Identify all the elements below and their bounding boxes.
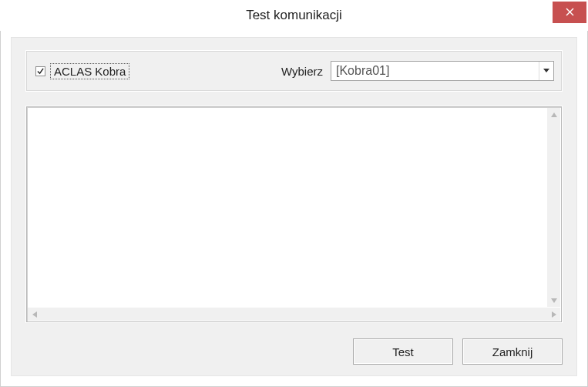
scroll-down-icon xyxy=(547,294,560,307)
svg-marker-2 xyxy=(543,69,549,72)
titlebar: Test komunikacji xyxy=(0,0,588,31)
select-label: Wybierz xyxy=(281,65,323,78)
close-button[interactable]: Zamknij xyxy=(462,338,563,365)
svg-marker-4 xyxy=(551,298,557,303)
scroll-up-icon xyxy=(547,108,560,121)
close-window-button[interactable] xyxy=(553,2,586,23)
device-group: ACLAS Kobra Wybierz [Kobra01] xyxy=(25,50,563,92)
log-output xyxy=(25,106,563,323)
scroll-right-icon xyxy=(547,308,560,321)
scroll-left-icon xyxy=(28,308,41,321)
chevron-down-icon xyxy=(539,62,553,80)
close-icon xyxy=(566,6,574,19)
svg-marker-3 xyxy=(551,113,557,117)
window-title: Test komunikacji xyxy=(0,8,588,23)
checkbox-box-icon xyxy=(35,66,45,76)
test-button[interactable]: Test xyxy=(353,338,453,365)
svg-marker-6 xyxy=(552,311,556,318)
dialog-window: Test komunikacji ACLAS Kobra Wybierz [Ko… xyxy=(0,0,588,387)
vertical-scrollbar[interactable] xyxy=(547,108,560,307)
device-checkbox[interactable]: ACLAS Kobra xyxy=(35,63,129,79)
svg-marker-5 xyxy=(32,311,37,318)
client-area: ACLAS Kobra Wybierz [Kobra01] xyxy=(11,37,577,376)
button-row: Test Zamknij xyxy=(353,338,563,365)
device-checkbox-label: ACLAS Kobra xyxy=(50,63,129,79)
horizontal-scrollbar[interactable] xyxy=(28,308,560,321)
device-select[interactable]: [Kobra01] xyxy=(331,61,554,81)
device-select-value: [Kobra01] xyxy=(331,64,539,78)
